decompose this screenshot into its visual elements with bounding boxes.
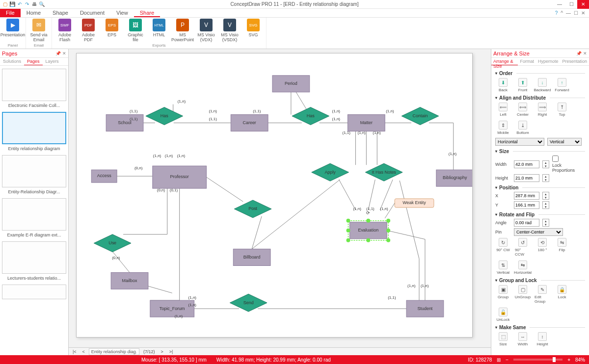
qat-preview-icon[interactable]: 🔍 (39, 1, 45, 7)
height-spinner[interactable]: ▴▾ (542, 174, 549, 182)
tab-nav-prev[interactable]: < (80, 349, 87, 355)
rtab-arrange-size[interactable]: Arrange & Size (491, 58, 518, 65)
tab-home[interactable]: Home (21, 9, 47, 17)
tab-nav-next[interactable]: > (159, 349, 165, 355)
angle-input[interactable] (514, 219, 539, 227)
minimize-button[interactable]: — (554, 0, 565, 9)
order-forward-button[interactable]: ↑Forward (554, 78, 570, 92)
qat-redo-icon[interactable]: ↷ (24, 1, 30, 7)
export-visio-vdx-button[interactable]: VMS Visio (VDX) (195, 19, 217, 42)
thumb-item[interactable] (2, 241, 66, 274)
angle-spinner[interactable]: ▴▾ (542, 219, 549, 227)
group-button[interactable]: ▣Group (495, 285, 511, 304)
section-makesame[interactable]: Make Same (495, 325, 585, 330)
section-rotate[interactable]: Rotate and Flip (495, 212, 585, 217)
status-icon[interactable]: ⊞ (497, 357, 501, 363)
thumb-item[interactable] (2, 198, 66, 231)
order-back-button[interactable]: ⬇Back (495, 78, 511, 92)
lock-proportions-checkbox[interactable]: Lock Proportions (552, 156, 568, 173)
zoom-in-button[interactable]: + (567, 357, 570, 363)
presentation-button[interactable]: ▶Presentation (2, 19, 24, 37)
thumb-item[interactable] (2, 69, 66, 101)
doc-tab-name[interactable]: Entity relationship diag. (89, 348, 139, 355)
export-eps-button[interactable]: EPSEPS (101, 19, 123, 42)
mdi-min-icon[interactable]: — (566, 10, 571, 16)
tab-view[interactable]: View (110, 9, 134, 17)
mdi-max-icon[interactable]: ☐ (574, 10, 578, 16)
export-pdf-button[interactable]: PDFAdobe PDF (78, 19, 99, 42)
section-position[interactable]: Position (495, 185, 585, 190)
rtab-format[interactable]: Format (518, 58, 536, 65)
export-graphic-button[interactable]: 🖼Graphic file (125, 19, 146, 42)
makesame-size-button[interactable]: ⬚Size (495, 332, 511, 346)
help-icon[interactable]: ? (555, 10, 558, 16)
zoom-slider[interactable] (513, 359, 562, 361)
thumb-item[interactable] (2, 155, 66, 187)
section-size[interactable]: Size (495, 149, 585, 154)
tab-file[interactable]: File (0, 9, 21, 17)
makesame-width-button[interactable]: ↔Width (515, 332, 531, 346)
flip-button[interactable]: ⇋Flip (554, 238, 570, 257)
pages-subtab-solutions[interactable]: Solutions (0, 58, 24, 65)
lock-button[interactable]: 🔒Lock (554, 285, 570, 304)
rtab-hypernote[interactable]: Hypernote (536, 58, 561, 65)
mdi-close-icon[interactable]: ✕ (581, 10, 585, 16)
rotate-90cw-button[interactable]: ↻90° CW (495, 238, 511, 257)
align-left-button[interactable]: ⟸Left (495, 103, 511, 117)
align-middle-button[interactable]: ⇕Middle (495, 121, 511, 135)
thumb-item[interactable] (2, 112, 66, 144)
unlock-button[interactable]: 🔓UnLock (495, 308, 511, 322)
section-group[interactable]: Group and Lock (495, 278, 585, 283)
maximize-button[interactable]: ☐ (565, 0, 577, 9)
edit-group-button[interactable]: ✎Edit Group (535, 285, 550, 304)
pin-select[interactable]: Center-Center (514, 228, 563, 236)
align-center-button[interactable]: ⟺Center (515, 103, 531, 117)
order-front-button[interactable]: ⬆Front (515, 78, 531, 92)
canvas-area[interactable]: PeriodSchoolCareerMatterBibliographyAcce… (69, 49, 491, 347)
align-right-button[interactable]: ⟹Right (535, 103, 550, 117)
zoom-out-button[interactable]: − (506, 357, 509, 363)
pages-subtab-pages[interactable]: Pages (24, 58, 43, 65)
tab-document[interactable]: Document (74, 9, 110, 17)
pages-panel-close-icon[interactable]: 📌 ✕ (55, 51, 66, 56)
qat-save-icon[interactable]: 💾 (9, 1, 15, 7)
flip-vertical-button[interactable]: ⇅Vertical (495, 260, 511, 275)
export-ppt-button[interactable]: PMS PowerPoint (172, 19, 193, 42)
export-visio-vsdx-button[interactable]: VMS Visio (VSDX) (219, 19, 241, 42)
pos-x-spinner[interactable]: ▴▾ (542, 192, 549, 200)
distribute-vertical-select[interactable]: Vertical (547, 138, 582, 146)
order-backward-button[interactable]: ↓Backward (535, 78, 550, 92)
export-flash-button[interactable]: SWFAdobe Flash (54, 19, 76, 42)
makesame-height-button[interactable]: ↕Height (535, 332, 550, 346)
qat-new-icon[interactable]: ▢ (2, 1, 8, 7)
rtab-presentation[interactable]: Presentation (560, 58, 589, 65)
export-html-button[interactable]: HTMLHTML (148, 19, 170, 42)
flip-horizontal-button[interactable]: ⇆Horizontal (515, 260, 531, 275)
send-email-button[interactable]: ✉Send via Email (28, 19, 50, 42)
ungroup-button[interactable]: ▢UnGroup (515, 285, 531, 304)
width-input[interactable] (514, 160, 539, 168)
tab-shape[interactable]: Shape (47, 9, 74, 17)
export-svg-button[interactable]: SVGSVG (242, 19, 264, 42)
tab-nav-last[interactable]: >| (167, 349, 175, 355)
tab-share[interactable]: Share (134, 9, 160, 17)
width-spinner[interactable]: ▴▾ (542, 160, 549, 168)
right-panel-close-icon[interactable]: 📌 ✕ (576, 51, 587, 56)
align-top-button[interactable]: ⤒Top (554, 103, 570, 117)
close-button[interactable]: ✕ (577, 0, 589, 9)
rotate-180-button[interactable]: ⟲180 ° (535, 238, 550, 257)
pos-x-input[interactable] (514, 192, 539, 200)
section-align[interactable]: Align and Distribute (495, 95, 585, 101)
rotate-90ccw-button[interactable]: ↺90° CCW (515, 238, 531, 257)
pos-y-input[interactable] (514, 201, 539, 209)
height-input[interactable] (514, 174, 539, 182)
align-bottom-button[interactable]: ⤓Bottom (515, 121, 531, 135)
ribbon-opt-icon[interactable]: ^ (561, 10, 563, 16)
distribute-horizontal-select[interactable]: Horizontal (495, 138, 544, 146)
section-order[interactable]: Order (495, 71, 585, 76)
qat-undo-icon[interactable]: ↶ (17, 1, 23, 7)
thumb-item[interactable] (2, 285, 66, 299)
canvas[interactable]: PeriodSchoolCareerMatterBibliographyAcce… (76, 53, 473, 338)
qat-print-icon[interactable]: 🖶 (31, 1, 37, 7)
pos-y-spinner[interactable]: ▴▾ (542, 201, 549, 209)
